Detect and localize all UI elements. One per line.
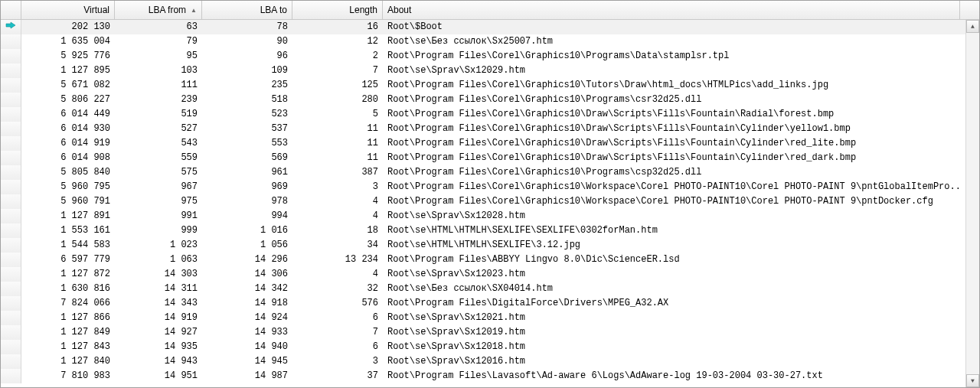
table-row[interactable]: 1 635 004799012Root\se\Без ссылок\Sx2500… bbox=[1, 34, 965, 49]
table-row[interactable]: 1 127 84914 92714 9337Root\se\Sprav\Sx12… bbox=[1, 325, 965, 340]
table-row[interactable]: 1 127 86614 91914 9246Root\se\Sprav\Sx12… bbox=[1, 311, 965, 325]
cell-lba-from: 239 bbox=[115, 93, 202, 107]
cell-lba-to: 14 945 bbox=[202, 354, 292, 369]
vertical-scrollbar[interactable]: ▲ ▼ bbox=[965, 20, 979, 387]
table-row[interactable]: 1 544 5831 0231 05634Root\se\HTML\HTMLH\… bbox=[1, 238, 965, 253]
cell-about: Root\Program Files\Corel\Graphics10\Work… bbox=[383, 194, 960, 209]
cell-virtual: 5 960 791 bbox=[21, 194, 115, 209]
cell-about: Root\se\Sprav\Sx12028.htm bbox=[383, 209, 960, 223]
table-row[interactable]: 1 127 84314 93514 9406Root\se\Sprav\Sx12… bbox=[1, 340, 965, 354]
cell-about: Root\se\Без ссылок\Sx25007.htm bbox=[383, 34, 960, 49]
table-row[interactable]: 5 806 227239518280Root\Program Files\Cor… bbox=[1, 93, 965, 107]
cell-lba-to: 90 bbox=[202, 34, 292, 49]
cell-about: Root\Program Files\Corel\Graphics10\Prog… bbox=[383, 165, 960, 180]
chevron-up-icon: ▲ bbox=[971, 23, 975, 30]
table-row[interactable]: 1 127 87214 30314 3064Root\se\Sprav\Sx12… bbox=[1, 267, 965, 282]
cell-lba-from: 559 bbox=[115, 151, 202, 165]
row-gutter bbox=[1, 282, 21, 296]
table-body[interactable]: 202 130637816Root\$Boot1 635 004799012Ro… bbox=[1, 20, 965, 387]
cell-lba-to: 14 940 bbox=[202, 340, 292, 354]
cell-lba-from: 79 bbox=[115, 34, 202, 49]
row-gutter bbox=[1, 253, 21, 267]
chevron-down-icon: ▼ bbox=[971, 377, 975, 384]
cell-virtual: 1 127 872 bbox=[21, 267, 115, 282]
cell-lba-to: 553 bbox=[202, 136, 292, 151]
table-row[interactable]: 5 671 082111235125Root\Program Files\Cor… bbox=[1, 78, 965, 93]
column-header-row: Virtual LBA from ▲ LBA to Length About bbox=[1, 1, 979, 20]
column-header-about[interactable]: About bbox=[383, 1, 960, 19]
cell-about: Root\Program Files\Lavasoft\Ad-aware 6\L… bbox=[383, 369, 960, 383]
column-label: LBA from bbox=[149, 5, 186, 15]
table-row[interactable]: 1 553 1619991 01618Root\se\HTML\HTMLH\SE… bbox=[1, 223, 965, 238]
cell-lba-to: 14 924 bbox=[202, 311, 292, 325]
table-row[interactable]: 1 630 81614 31114 34232Root\se\Без ссыло… bbox=[1, 282, 965, 296]
cell-lba-to: 978 bbox=[202, 194, 292, 209]
cell-about: Root\se\Без ссылок\SX04014.htm bbox=[383, 282, 960, 296]
cell-lba-to: 569 bbox=[202, 151, 292, 165]
cell-lba-from: 967 bbox=[115, 180, 202, 194]
table-row[interactable]: 1 127 8951031097Root\se\Sprav\Sx12029.ht… bbox=[1, 64, 965, 78]
data-grid[interactable]: Virtual LBA from ▲ LBA to Length About 2… bbox=[0, 0, 980, 388]
column-label: Length bbox=[349, 5, 377, 15]
row-gutter bbox=[1, 136, 21, 151]
cell-lba-from: 14 311 bbox=[115, 282, 202, 296]
cell-length: 4 bbox=[292, 194, 383, 209]
cell-about: Root\Program Files\ABBYY Lingvo 8.0\Dic\… bbox=[383, 253, 960, 267]
cell-lba-from: 519 bbox=[115, 107, 202, 122]
cell-about: Root\se\HTML\HTMLH\SEXLIFE\SEXLIFE\0302f… bbox=[383, 223, 960, 238]
table-row[interactable]: 6 014 91954355311Root\Program Files\Core… bbox=[1, 136, 965, 151]
table-row[interactable]: 6 014 93052753711Root\Program Files\Core… bbox=[1, 122, 965, 136]
sort-asc-icon: ▲ bbox=[191, 7, 197, 14]
row-gutter bbox=[1, 151, 21, 165]
column-header-lba-to[interactable]: LBA to bbox=[202, 1, 292, 19]
cell-about: Root\Program Files\DigitalForce\Drivers\… bbox=[383, 296, 960, 311]
scroll-up-button[interactable]: ▲ bbox=[966, 20, 979, 33]
column-header-lba-from[interactable]: LBA from ▲ bbox=[115, 1, 202, 19]
column-header-virtual[interactable]: Virtual bbox=[21, 1, 115, 19]
cell-length: 11 bbox=[292, 136, 383, 151]
cell-length: 387 bbox=[292, 165, 383, 180]
cell-lba-from: 14 935 bbox=[115, 340, 202, 354]
row-gutter bbox=[1, 93, 21, 107]
row-gutter bbox=[1, 180, 21, 194]
table-row[interactable]: 1 127 84014 94314 9453Root\se\Sprav\Sx12… bbox=[1, 354, 965, 369]
column-header-length[interactable]: Length bbox=[292, 1, 383, 19]
cell-lba-from: 527 bbox=[115, 122, 202, 136]
table-row[interactable]: 6 014 90855956911Root\Program Files\Core… bbox=[1, 151, 965, 165]
cell-virtual: 6 014 449 bbox=[21, 107, 115, 122]
table-row[interactable]: 7 824 06614 34314 918576Root\Program Fil… bbox=[1, 296, 965, 311]
cell-about: Root\Program Files\Corel\Graphics10\Prog… bbox=[383, 93, 960, 107]
table-row[interactable]: 202 130637816Root\$Boot bbox=[1, 20, 965, 34]
table-row[interactable]: 5 925 77695962Root\Program Files\Corel\G… bbox=[1, 49, 965, 64]
row-gutter bbox=[1, 325, 21, 340]
row-gutter bbox=[1, 209, 21, 223]
table-row[interactable]: 6 014 4495195235Root\Program Files\Corel… bbox=[1, 107, 965, 122]
row-gutter bbox=[1, 354, 21, 369]
cell-lba-to: 537 bbox=[202, 122, 292, 136]
cell-about: Root\Program Files\Corel\Graphics10\Tuto… bbox=[383, 78, 960, 93]
table-row[interactable]: 5 960 7919759784Root\Program Files\Corel… bbox=[1, 194, 965, 209]
table-row[interactable]: 7 810 98314 95114 98737Root\Program File… bbox=[1, 369, 965, 383]
cell-virtual: 6 014 908 bbox=[21, 151, 115, 165]
cell-virtual: 1 127 866 bbox=[21, 311, 115, 325]
cell-virtual: 6 014 919 bbox=[21, 136, 115, 151]
cell-lba-from: 575 bbox=[115, 165, 202, 180]
cell-lba-to: 961 bbox=[202, 165, 292, 180]
cell-length: 6 bbox=[292, 311, 383, 325]
scroll-down-button[interactable]: ▼ bbox=[966, 374, 979, 387]
row-gutter bbox=[1, 194, 21, 209]
table-row[interactable]: 5 805 840575961387Root\Program Files\Cor… bbox=[1, 165, 965, 180]
cell-length: 4 bbox=[292, 267, 383, 282]
row-gutter bbox=[1, 20, 21, 34]
cell-lba-from: 991 bbox=[115, 209, 202, 223]
table-row[interactable]: 6 597 7791 06314 29613 234Root\Program F… bbox=[1, 253, 965, 267]
cell-length: 280 bbox=[292, 93, 383, 107]
cell-virtual: 1 635 004 bbox=[21, 34, 115, 49]
cell-lba-from: 543 bbox=[115, 136, 202, 151]
cell-lba-to: 1 056 bbox=[202, 238, 292, 253]
cell-length: 12 bbox=[292, 34, 383, 49]
table-row[interactable]: 5 960 7959679693Root\Program Files\Corel… bbox=[1, 180, 965, 194]
scroll-track[interactable] bbox=[966, 33, 979, 374]
cell-lba-from: 111 bbox=[115, 78, 202, 93]
table-row[interactable]: 1 127 8919919944Root\se\Sprav\Sx12028.ht… bbox=[1, 209, 965, 223]
